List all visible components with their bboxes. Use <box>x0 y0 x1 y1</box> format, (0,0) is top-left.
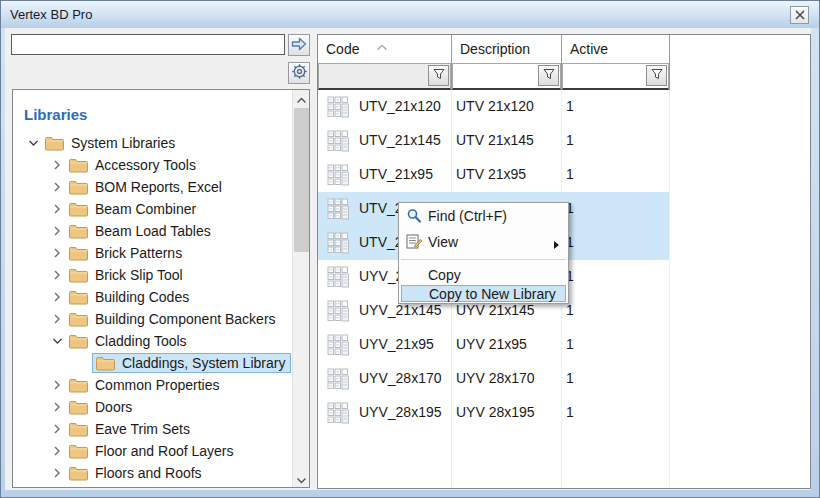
tree-item-system-libraries[interactable]: System Libraries <box>13 132 291 154</box>
chevron-right-icon[interactable] <box>49 248 65 258</box>
chevron-right-icon[interactable] <box>49 160 65 170</box>
menu-item-copy[interactable]: Copy <box>399 264 568 285</box>
tree-item-box: Accessory Tools <box>65 155 202 175</box>
cell-active: 1 <box>566 132 574 148</box>
menu-item-copy-to-new-library[interactable]: Copy to New Library <box>401 285 566 302</box>
description-filter-button[interactable] <box>538 65 559 86</box>
tree-item-box: Beam Load Tables <box>65 221 217 241</box>
cell-code: UYV_28x170 <box>359 370 442 386</box>
folder-icon <box>69 312 88 327</box>
active-filter-button[interactable] <box>646 65 667 86</box>
cell-description: UTV 21x95 <box>456 166 526 182</box>
library-item-icon <box>325 162 351 191</box>
cell-code: UTV_21x120 <box>359 98 441 114</box>
titlebar[interactable]: Vertex BD Pro <box>1 1 819 28</box>
tree-item-floors-and-roofs[interactable]: Floors and Roofs <box>13 462 291 484</box>
tree-item-floor-and-roof-layers[interactable]: Floor and Roof Layers <box>13 440 291 462</box>
scroll-up-button[interactable] <box>293 90 310 107</box>
funnel-icon <box>433 68 445 83</box>
scrollbar-thumb[interactable] <box>294 108 309 252</box>
tree-item-doors[interactable]: Doors <box>13 396 291 418</box>
folder-icon <box>69 334 88 349</box>
cell-code: UYV_21x145 <box>359 302 442 318</box>
tree-scrollbar[interactable] <box>292 90 309 487</box>
app-window: Vertex BD Pro Libraries System Libraries… <box>0 0 820 498</box>
table-row-utv-21x145[interactable]: UTV_21x145UTV 21x1451 <box>318 124 669 158</box>
chevron-down-icon <box>296 470 307 488</box>
search-icon <box>405 208 423 224</box>
cell-description: UYV 21x95 <box>456 336 527 352</box>
tree-item-label: Beam Combiner <box>95 201 196 217</box>
column-header-description[interactable]: Description <box>452 35 561 63</box>
chevron-right-icon[interactable] <box>49 446 65 456</box>
tree-item-box: Brick Slip Tool <box>65 265 189 285</box>
chevron-right-icon[interactable] <box>49 204 65 214</box>
cell-code: UTV_21x145 <box>359 132 441 148</box>
tree-item-claddings-system-library[interactable]: Claddings, System Library <box>13 352 291 374</box>
tree-item-common-properties[interactable]: Common Properties <box>13 374 291 396</box>
tree-item-box: BOM Reports, Excel <box>65 177 228 197</box>
tree-item-beam-combiner[interactable]: Beam Combiner <box>13 198 291 220</box>
tree-item-label: Accessory Tools <box>95 157 196 173</box>
code-filter-button[interactable] <box>428 65 449 86</box>
close-button[interactable] <box>790 6 809 24</box>
arrow-right-icon <box>291 37 307 54</box>
code-filter-input[interactable] <box>318 63 451 90</box>
table-row-uyv-28x195[interactable]: UYV_28x195UYV 28x1951 <box>318 396 669 430</box>
tree-item-label: Common Properties <box>95 377 220 393</box>
tree-item-accessory-tools[interactable]: Accessory Tools <box>13 154 291 176</box>
library-item-icon <box>325 298 351 327</box>
folder-icon <box>69 224 88 239</box>
chevron-right-icon[interactable] <box>49 182 65 192</box>
tree-item-label: Claddings, System Library <box>122 355 285 371</box>
column-header-label: Active <box>570 41 608 57</box>
folder-icon <box>69 290 88 305</box>
scroll-down-button[interactable] <box>293 470 310 487</box>
table-row-utv-21x120[interactable]: UTV_21x120UTV 21x1201 <box>318 90 669 124</box>
tree-item-brick-patterns[interactable]: Brick Patterns <box>13 242 291 264</box>
menu-item-find-ctrl-f[interactable]: Find (Ctrl+F) <box>399 203 568 228</box>
tree-item-beam-load-tables[interactable]: Beam Load Tables <box>13 220 291 242</box>
tree-item-box: System Libraries <box>41 133 181 153</box>
settings-button[interactable] <box>288 62 310 84</box>
tree-item-label: Doors <box>95 399 132 415</box>
tree-item-brick-slip-tool[interactable]: Brick Slip Tool <box>13 264 291 286</box>
table-row-utv-21x95[interactable]: UTV_21x95UTV 21x951 <box>318 158 669 192</box>
chevron-right-icon[interactable] <box>49 380 65 390</box>
tree-item-box: Claddings, System Library <box>92 353 291 373</box>
chevron-right-icon[interactable] <box>49 226 65 236</box>
sort-ascending-icon <box>376 37 388 55</box>
cell-code: UTV_21x95 <box>359 166 433 182</box>
tree-item-box: Building Codes <box>65 287 195 307</box>
menu-item-view[interactable]: View <box>399 228 568 255</box>
library-item-icon <box>325 94 351 123</box>
chevron-right-icon[interactable] <box>49 468 65 478</box>
tree-item-label: Floors and Roofs <box>95 465 202 481</box>
tree-item-bom-reports-excel[interactable]: BOM Reports, Excel <box>13 176 291 198</box>
tree-item-building-codes[interactable]: Building Codes <box>13 286 291 308</box>
chevron-down-icon[interactable] <box>25 138 41 148</box>
chevron-right-icon[interactable] <box>49 314 65 324</box>
tree-item-label: Eave Trim Sets <box>95 421 190 437</box>
search-go-button[interactable] <box>288 34 310 56</box>
description-filter-input[interactable] <box>452 63 561 90</box>
column-header-active[interactable]: Active <box>562 35 669 63</box>
search-input[interactable] <box>11 34 285 55</box>
column-header-label: Code <box>326 41 359 57</box>
chevron-down-icon[interactable] <box>49 336 65 346</box>
chevron-right-icon[interactable] <box>49 424 65 434</box>
chevron-right-icon[interactable] <box>49 292 65 302</box>
folder-icon <box>69 268 88 283</box>
table-row-uyv-28x170[interactable]: UYV_28x170UYV 28x1701 <box>318 362 669 396</box>
chevron-right-icon[interactable] <box>49 270 65 280</box>
tree-item-cladding-tools[interactable]: Cladding Tools <box>13 330 291 352</box>
funnel-icon <box>543 68 555 83</box>
tree-item-eave-trim-sets[interactable]: Eave Trim Sets <box>13 418 291 440</box>
column-divider <box>669 35 670 90</box>
active-filter-input[interactable] <box>562 63 669 90</box>
tree-item-box: Common Properties <box>65 375 226 395</box>
table-row-uyv-21x95[interactable]: UYV_21x95UYV 21x951 <box>318 328 669 362</box>
tree-item-building-component-backers[interactable]: Building Component Backers <box>13 308 291 330</box>
folder-icon <box>69 422 88 437</box>
chevron-right-icon[interactable] <box>49 402 65 412</box>
